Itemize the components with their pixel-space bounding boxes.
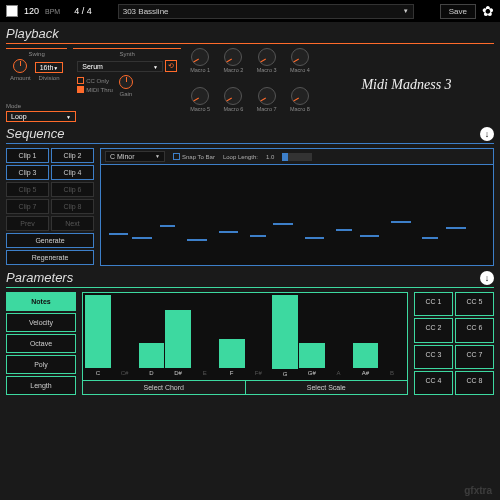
note-bar-G[interactable]: [272, 295, 298, 369]
loop-length-slider[interactable]: [282, 153, 312, 161]
tab-notes[interactable]: Notes: [6, 292, 76, 311]
note-probability-chart[interactable]: CC#DD#EFF#GG#AA#B: [83, 293, 407, 380]
select-scale-button[interactable]: Select Scale: [246, 381, 408, 394]
collapse-sequence-icon[interactable]: ↓: [480, 127, 494, 141]
tab-octave[interactable]: Octave: [6, 334, 76, 353]
next-button[interactable]: Next: [51, 216, 94, 231]
time-signature[interactable]: 4 / 4: [74, 6, 92, 16]
note-bar-F[interactable]: [219, 339, 245, 368]
clip-3-button[interactable]: Clip 3: [6, 165, 49, 180]
clip-1-button[interactable]: Clip 1: [6, 148, 49, 163]
cc-only-checkbox[interactable]: [77, 77, 84, 84]
macro-1-knob[interactable]: [191, 48, 209, 66]
macro-3-knob[interactable]: [258, 48, 276, 66]
gear-icon[interactable]: ✿: [482, 3, 494, 19]
divider: [6, 143, 494, 144]
playback-title: Playback: [6, 26, 59, 41]
note-label-B: B: [390, 370, 394, 378]
macro-5-knob[interactable]: [191, 87, 209, 105]
note-bar-D#[interactable]: [165, 310, 191, 368]
amount-label: Amount: [10, 75, 31, 81]
clip-8-button[interactable]: Clip 8: [51, 199, 94, 214]
snap-checkbox[interactable]: [173, 153, 180, 160]
note-label-C#: C#: [121, 370, 129, 378]
bpm-value[interactable]: 120: [24, 6, 39, 16]
synth-value: Serum: [82, 63, 103, 70]
brand-title: Midi Madness 3: [319, 48, 494, 122]
mode-label: Mode: [6, 103, 181, 109]
note-label-F#: F#: [255, 370, 262, 378]
note-label-D#: D#: [174, 370, 182, 378]
macro-7-knob[interactable]: [258, 87, 276, 105]
divider: [6, 287, 494, 288]
mode-value: Loop: [11, 113, 27, 120]
division-select[interactable]: 16th: [35, 62, 64, 73]
division-label: Division: [35, 75, 64, 81]
macro-2-knob[interactable]: [224, 48, 242, 66]
macro-6-knob[interactable]: [224, 87, 242, 105]
loop-length-value: 1.0: [266, 154, 274, 160]
midi-thru-checkbox[interactable]: [77, 86, 84, 93]
prev-button[interactable]: Prev: [6, 216, 49, 231]
macro-4-knob[interactable]: [291, 48, 309, 66]
clip-7-button[interactable]: Clip 7: [6, 199, 49, 214]
sequence-title: Sequence: [6, 126, 65, 141]
generate-button[interactable]: Generate: [6, 233, 94, 248]
loop-length-label: Loop Length:: [223, 154, 258, 160]
cc-3-button[interactable]: CC 3: [414, 345, 453, 369]
note-bar-A#[interactable]: [353, 343, 379, 368]
macro-8-knob[interactable]: [291, 87, 309, 105]
macro-7-label: Macro 7: [252, 106, 282, 112]
collapse-parameters-icon[interactable]: ↓: [480, 271, 494, 285]
division-value: 16th: [40, 64, 54, 71]
macro-2-label: Macro 2: [218, 67, 248, 73]
note-label-F: F: [230, 370, 234, 378]
divider: [6, 43, 494, 44]
note-label-A#: A#: [362, 370, 369, 378]
sequence-canvas[interactable]: [101, 165, 493, 265]
cc-2-button[interactable]: CC 2: [414, 318, 453, 342]
clip-4-button[interactable]: Clip 4: [51, 165, 94, 180]
synth-label: Synth: [119, 51, 134, 57]
note-bar-G#[interactable]: [299, 343, 325, 368]
swing-amount-knob[interactable]: [13, 59, 27, 73]
clip-5-button[interactable]: Clip 5: [6, 182, 49, 197]
gain-label: Gain: [119, 91, 133, 97]
macro-5-label: Macro 5: [185, 106, 215, 112]
cc-only-label: CC Only: [86, 78, 109, 84]
scale-value: C Minor: [110, 153, 135, 160]
cc-5-button[interactable]: CC 5: [455, 292, 494, 316]
cc-1-button[interactable]: CC 1: [414, 292, 453, 316]
cc-4-button[interactable]: CC 4: [414, 371, 453, 395]
note-label-C: C: [96, 370, 100, 378]
mode-select[interactable]: Loop: [6, 111, 76, 122]
cc-6-button[interactable]: CC 6: [455, 318, 494, 342]
stop-button[interactable]: [6, 5, 18, 17]
gain-knob[interactable]: [119, 75, 133, 89]
scale-select[interactable]: C Minor: [105, 151, 165, 162]
cc-8-button[interactable]: CC 8: [455, 371, 494, 395]
note-bar-C[interactable]: [85, 295, 111, 368]
tab-length[interactable]: Length: [6, 376, 76, 395]
synth-select[interactable]: Serum: [77, 61, 163, 72]
clip-2-button[interactable]: Clip 2: [51, 148, 94, 163]
clip-6-button[interactable]: Clip 6: [51, 182, 94, 197]
save-button[interactable]: Save: [440, 4, 476, 19]
tab-poly[interactable]: Poly: [6, 355, 76, 374]
parameters-title: Parameters: [6, 270, 73, 285]
note-label-G#: G#: [308, 370, 316, 378]
macro-1-label: Macro 1: [185, 67, 215, 73]
macro-4-label: Macro 4: [285, 67, 315, 73]
bpm-label: BPM: [45, 8, 60, 15]
note-label-A: A: [337, 370, 341, 378]
preset-select[interactable]: 303 Bassline: [118, 4, 414, 19]
select-chord-button[interactable]: Select Chord: [83, 381, 246, 394]
macro-3-label: Macro 3: [252, 67, 282, 73]
regenerate-button[interactable]: Regenerate: [6, 250, 94, 265]
tab-velocity[interactable]: Velocity: [6, 313, 76, 332]
note-bar-D[interactable]: [139, 343, 165, 368]
swing-label: Swing: [28, 51, 44, 57]
link-icon[interactable]: ⟲: [165, 60, 177, 72]
snap-label: Snap To Bar: [182, 154, 215, 160]
cc-7-button[interactable]: CC 7: [455, 345, 494, 369]
